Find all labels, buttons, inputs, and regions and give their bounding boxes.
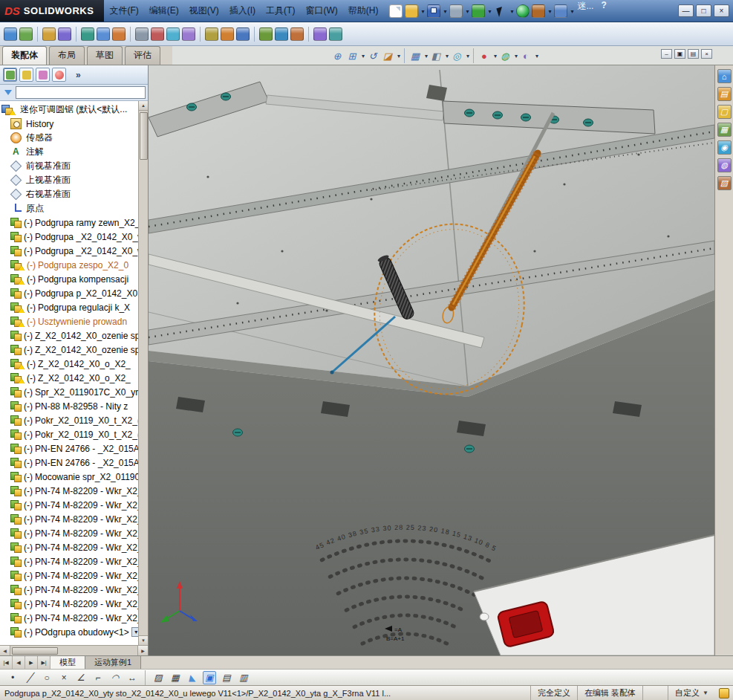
minimize-button[interactable]: —	[678, 4, 694, 17]
tree-item[interactable]: (-) Z_X2_0142_X0_ozenie sp	[0, 343, 138, 357]
sketch-perpendicular-icon[interactable]: ⌐	[91, 671, 105, 684]
insert-components-icon[interactable]	[19, 27, 33, 41]
tree-filter-input[interactable]	[16, 87, 145, 98]
shaded-sketch-icon[interactable]: ▣	[203, 671, 216, 684]
tree-item[interactable]: (-) Podgrupa kompensacji	[0, 272, 138, 286]
tree-item[interactable]: (-) Podgrupa p_X2_0142_X0	[0, 286, 138, 300]
scroll-thumb[interactable]	[12, 647, 58, 655]
display-style-icon[interactable]: ◧	[429, 49, 443, 62]
tree-item[interactable]: (-) PN-74 M-82209 - Wkr_X2_	[0, 583, 138, 597]
tree-item[interactable]: (-) PN-EN 24766 - _X2_015A	[0, 441, 138, 456]
tree-item[interactable]: (-) PN-74 M-82209 - Wkr_X2_	[0, 540, 138, 554]
select-icon[interactable]	[494, 4, 507, 18]
scroll-left-icon[interactable]: ◀	[0, 646, 10, 655]
tree-item[interactable]: (-) PN-74 M-82209 - Wkr_X2_	[0, 597, 138, 611]
previous-view-icon[interactable]: ↺	[366, 49, 379, 62]
bill-of-materials-icon[interactable]	[205, 27, 218, 41]
new-document-icon[interactable]	[389, 4, 403, 18]
sketch-angle-icon[interactable]: ∠	[74, 671, 88, 684]
tree-item[interactable]: (-) Podgrupa zespo_X2_0	[0, 258, 138, 272]
doc-restore-icon[interactable]: ▣	[674, 49, 685, 59]
tree-item[interactable]: (-) POdgrupa obudowy<1>	[0, 625, 138, 639]
help-menu[interactable]: ?	[601, 0, 606, 22]
explode-line-sketch-icon[interactable]	[236, 27, 250, 41]
interference-detection-icon[interactable]	[259, 27, 273, 41]
tree-item[interactable]: History	[0, 117, 138, 131]
status-custom-dropdown[interactable]: 自定义▼	[668, 686, 715, 700]
tree-item[interactable]: (-) PN-74 M-82209 - Wkr_X2_	[0, 484, 138, 498]
view-palette-icon[interactable]: ▦	[717, 123, 732, 137]
featuremanager-tab-icon[interactable]	[3, 68, 17, 82]
doc-close-icon[interactable]: ×	[701, 49, 712, 59]
scroll-down-icon[interactable]: ▼	[139, 635, 148, 645]
sketch-line-icon[interactable]: ╱	[23, 671, 36, 684]
document-tab[interactable]: 运动算例1	[85, 656, 141, 669]
tab-nav-arrow[interactable]: ▶	[25, 656, 38, 669]
menu-item[interactable]: 视图(V)	[184, 0, 224, 22]
custom-properties-icon[interactable]: ▧	[717, 176, 732, 190]
open-icon[interactable]	[405, 4, 418, 18]
tree-item[interactable]: (-) PN-74 M-82209 - Wkr_X2_	[0, 554, 138, 568]
smart-fasteners-icon[interactable]	[81, 27, 94, 41]
sketch-circle-icon[interactable]: ○	[40, 671, 53, 684]
tree-item[interactable]: (-) Podgrupa ramy zewn_X2_	[0, 215, 138, 230]
tree-item[interactable]: (-) Z_X2_0142_X0_ozenie sp	[0, 328, 138, 343]
rotate-component-icon[interactable]	[112, 27, 126, 41]
tree-item[interactable]: 右视基准面	[0, 187, 138, 201]
tree-item[interactable]: (-) Pokr_X2_0119_X0_t_X2_(	[0, 427, 138, 441]
tree-horizontal-scrollbar[interactable]: ◀ ▶	[0, 645, 148, 655]
doc-tile-icon[interactable]: ▤	[688, 49, 699, 59]
tree-item[interactable]: (-) PN-EN 24766 - _X2_015A	[0, 456, 138, 470]
menu-item[interactable]: 文件(F)	[104, 0, 143, 22]
tree-item[interactable]: (-) PN-74 M-82209 - Wkr_X2_	[0, 526, 138, 540]
propertymanager-tab-icon[interactable]	[19, 68, 33, 82]
new-motion-study-icon[interactable]	[182, 27, 195, 41]
command-tab[interactable]: 草图	[87, 46, 123, 65]
menu-item[interactable]: 编辑(E)	[144, 0, 184, 22]
displaymanager-tab-icon[interactable]	[52, 68, 66, 82]
design-library-icon[interactable]: ▤	[717, 87, 732, 101]
tree-item[interactable]: (-) PN-74 M-82209 - Wkr_X2_	[0, 498, 138, 512]
tree-item[interactable]: (-) Mocowanie spr_X2_01190	[0, 470, 138, 484]
reference-geometry-icon[interactable]	[166, 27, 180, 41]
print-icon[interactable]	[449, 4, 463, 18]
menu-item[interactable]: 窗口(W)	[300, 0, 342, 22]
sketch-arc-icon[interactable]: ◠	[108, 671, 122, 684]
doc-minimize-icon[interactable]: –	[661, 49, 672, 59]
document-tab[interactable]: 模型	[51, 656, 85, 669]
menu-item[interactable]: 插入(I)	[224, 0, 261, 22]
tree-item[interactable]: (-) Usztywnienie prowadn	[0, 314, 138, 328]
sketch-point-icon[interactable]: •	[6, 671, 19, 684]
configurationmanager-tab-icon[interactable]	[36, 68, 50, 82]
command-tab[interactable]: 布局	[49, 46, 85, 65]
smart-dimension-icon[interactable]: ↔	[126, 671, 139, 684]
close-button[interactable]: ×	[714, 4, 729, 17]
appearances-icon[interactable]: ◉	[717, 140, 732, 155]
measure-icon[interactable]	[313, 27, 327, 41]
tree-item[interactable]: (-) Podgrupa _X2_0142_X0_w	[0, 244, 138, 258]
sketch-trim-icon[interactable]: ×	[57, 671, 71, 684]
scroll-right-icon[interactable]: ▶	[137, 646, 148, 655]
mate-icon[interactable]	[42, 27, 56, 41]
tree-item[interactable]: (-) PN-74 M-82209 - Wkr_X2_	[0, 512, 138, 526]
move-component-icon[interactable]	[97, 27, 110, 41]
zoom-area-icon[interactable]: ⊞	[345, 49, 359, 62]
linear-component-pattern-icon[interactable]	[58, 27, 71, 41]
tab-nav-arrow[interactable]: |◀	[0, 656, 13, 669]
tree-item[interactable]: (-) Podgrupa regulacji k_X	[0, 300, 138, 314]
menu-item[interactable]: 工具(T)	[261, 0, 300, 22]
tree-item[interactable]: 迷你可调圆锯 (默认<默认...	[0, 103, 138, 117]
view-orientation-icon[interactable]: ▦	[408, 49, 422, 62]
grid-icon[interactable]: ▦	[169, 671, 182, 684]
options-icon[interactable]	[532, 4, 545, 18]
tree-item[interactable]: (-) PN-74 M-82209 - Wkr_X2_	[0, 568, 138, 583]
edit-appearance-icon[interactable]: ●	[478, 49, 491, 62]
save-icon[interactable]	[427, 4, 440, 18]
scroll-up-icon[interactable]: ▲	[139, 101, 148, 111]
restore-button[interactable]: □	[696, 4, 711, 17]
tree-item[interactable]: (-) Podgrupa _X2_0142_X0_y	[0, 230, 138, 244]
hide-show-items-icon[interactable]: ◎	[450, 49, 463, 62]
scenes-icon[interactable]: ◍	[717, 158, 732, 172]
solidworks-resources-icon[interactable]: ⌂	[717, 69, 732, 83]
edit-component-icon[interactable]	[4, 27, 17, 41]
